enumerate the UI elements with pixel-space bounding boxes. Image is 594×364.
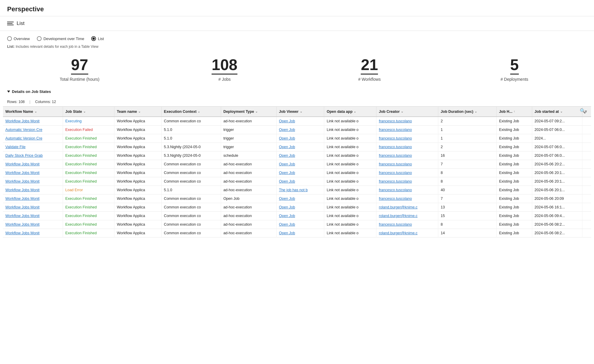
job-creator-cell[interactable]: francesco.tuscolano: [376, 177, 438, 186]
team-name-cell: Workflow Applica: [114, 126, 161, 134]
open-data-app-cell: Link not available o: [324, 134, 376, 143]
job-history-cell: Existing Job: [497, 186, 532, 194]
workflow-name-cell[interactable]: Workflow Jobs Monit: [3, 229, 63, 238]
job-creator-cell[interactable]: roland.burger@knime.c: [376, 229, 438, 238]
job-viewer-cell[interactable]: Open Job: [276, 177, 324, 186]
jobs-table: Workflow Name ⌄ Job State ⌄ Team name: [3, 106, 591, 238]
workflow-name-cell[interactable]: Workflow Jobs Monit: [3, 177, 63, 186]
job-viewer-cell[interactable]: Open Job: [276, 194, 324, 203]
job-creator-cell[interactable]: roland.burger@knime.c: [376, 212, 438, 220]
deployment-type-cell: ad-hoc-execution: [221, 220, 276, 229]
workflow-name-cell[interactable]: Workflow Jobs Monit: [3, 212, 63, 220]
workflow-name-cell[interactable]: Workflow Jobs Monit: [3, 160, 63, 169]
job-creator-cell[interactable]: francesco.tuscolano: [376, 143, 438, 151]
metric-jobs: 108 # Jobs: [201, 57, 248, 82]
workflow-name-cell[interactable]: Workflow Jobs Monit: [3, 220, 63, 229]
col-workflow-name[interactable]: Workflow Name ⌄: [3, 107, 63, 117]
job-creator-cell[interactable]: francesco.tuscolano: [376, 117, 438, 126]
empty-cell: [582, 117, 591, 126]
workflow-name-cell[interactable]: Validate File: [3, 143, 63, 151]
col-job-viewer[interactable]: Job Viewer ⌄: [276, 107, 324, 117]
col-open-data-app[interactable]: Open data app ⌄: [324, 107, 376, 117]
col-job-creator[interactable]: Job Creator ⌄: [376, 107, 438, 117]
col-deployment-type[interactable]: Deployment Type ⌄: [221, 107, 276, 117]
job-viewer-cell[interactable]: Open Job: [276, 143, 324, 151]
metric-total-runtime: 97 Total Runtime (hours): [56, 57, 103, 82]
job-duration-cell: 1: [438, 134, 497, 143]
execution-context-cell: 5.1.0: [161, 186, 221, 194]
view-radio-group: Overview Development over Time List: [0, 31, 594, 43]
workflow-name-cell[interactable]: Automatic Version Cre: [3, 134, 63, 143]
radio-overview[interactable]: Overview: [7, 36, 30, 41]
job-viewer-cell[interactable]: Open Job: [276, 220, 324, 229]
radio-list[interactable]: List: [91, 36, 104, 41]
job-viewer-cell[interactable]: Open Job: [276, 151, 324, 160]
job-creator-cell[interactable]: francesco.tuscolano: [376, 220, 438, 229]
table-row: Validate FileExecution FinishedWorkflow …: [3, 143, 591, 151]
workflow-name-cell[interactable]: Automatic Version Cre: [3, 126, 63, 134]
empty-cell: [582, 134, 591, 143]
execution-context-cell: Common execution co: [161, 203, 221, 212]
col-team-name[interactable]: Team name ⌄: [114, 107, 161, 117]
job-state-cell: Execution Finished: [63, 220, 114, 229]
workflow-name-cell[interactable]: Workflow Jobs Monit: [3, 117, 63, 126]
deployment-type-cell: schedule: [221, 151, 276, 160]
job-state-cell: Execution Finished: [63, 212, 114, 220]
column-filter-icon[interactable]: ▿: [585, 109, 587, 114]
col-filter[interactable]: ▿: [582, 107, 591, 117]
job-creator-cell[interactable]: francesco.tuscolano: [376, 151, 438, 160]
job-viewer-cell[interactable]: Open Job: [276, 212, 324, 220]
empty-cell: [582, 177, 591, 186]
job-creator-cell[interactable]: francesco.tuscolano: [376, 194, 438, 203]
job-viewer-cell[interactable]: Open Job: [276, 229, 324, 238]
job-viewer-cell[interactable]: Open Job: [276, 169, 324, 177]
workflow-name-cell[interactable]: Workflow Jobs Monit: [3, 186, 63, 194]
job-creator-cell[interactable]: francesco.tuscolano: [376, 169, 438, 177]
workflow-name-cell[interactable]: Workflow Jobs Monit: [3, 169, 63, 177]
deployment-type-cell: ad-hoc-execution: [221, 169, 276, 177]
team-name-cell: Workflow Applica: [114, 177, 161, 186]
job-viewer-cell[interactable]: Open Job: [276, 117, 324, 126]
open-data-app-cell: Link not available o: [324, 229, 376, 238]
job-creator-cell[interactable]: francesco.tuscolano: [376, 186, 438, 194]
sort-deployment-type-icon: ⌄: [255, 110, 258, 113]
details-toggle-button[interactable]: Details on Job States: [7, 89, 51, 94]
workflow-name-cell[interactable]: Workflow Jobs Monit: [3, 203, 63, 212]
cols-count: Columns: 12: [35, 100, 56, 104]
job-viewer-cell[interactable]: Open Job: [276, 126, 324, 134]
empty-cell: [582, 151, 591, 160]
job-viewer-cell[interactable]: Open Job: [276, 134, 324, 143]
table-row: Workflow Jobs MonitExecution FinishedWor…: [3, 220, 591, 229]
job-creator-cell[interactable]: francesco.tuscolano: [376, 126, 438, 134]
details-toggle-section: Details on Job States: [0, 88, 594, 98]
col-job-duration[interactable]: Job Duration (sec) ⌄: [438, 107, 497, 117]
job-state-cell: Execution Finished: [63, 143, 114, 151]
col-job-started[interactable]: Job started at ⌄: [532, 107, 582, 117]
workflow-name-cell[interactable]: Workflow Jobs Monit: [3, 194, 63, 203]
col-execution-context[interactable]: Execution Context ⌄: [161, 107, 221, 117]
job-viewer-cell[interactable]: The job has not b: [276, 186, 324, 194]
col-job-history[interactable]: Job H... ↑: [497, 107, 532, 117]
table-row: Workflow Jobs MonitLoad ErrorWorkflow Ap…: [3, 186, 591, 194]
job-state-cell: Execution Finished: [63, 134, 114, 143]
team-name-cell: Workflow Applica: [114, 169, 161, 177]
open-data-app-cell: Link not available o: [324, 169, 376, 177]
team-name-cell: Workflow Applica: [114, 117, 161, 126]
page-header: Perspective: [0, 0, 594, 16]
execution-context-cell: Common execution co: [161, 177, 221, 186]
job-history-cell: Existing Job: [497, 151, 532, 160]
job-creator-cell[interactable]: francesco.tuscolano: [376, 134, 438, 143]
metrics-row: 97 Total Runtime (hours) 108 # Jobs 21 #…: [0, 53, 594, 88]
job-started-cell: 2024...: [532, 134, 582, 143]
workflow-name-cell[interactable]: Daily Stock Price Grab: [3, 151, 63, 160]
job-viewer-cell[interactable]: Open Job: [276, 203, 324, 212]
job-creator-cell[interactable]: francesco.tuscolano: [376, 160, 438, 169]
job-creator-cell[interactable]: roland.burger@knime.c: [376, 203, 438, 212]
table-wrapper: Rows: 108 | Columns: 12 🔍 Workflow Name …: [0, 98, 594, 238]
sort-job-state-icon: ⌄: [83, 110, 86, 113]
radio-development[interactable]: Development over Time: [37, 36, 84, 41]
job-viewer-cell[interactable]: Open Job: [276, 160, 324, 169]
col-job-state[interactable]: Job State ⌄: [63, 107, 114, 117]
job-duration-cell: 16: [438, 151, 497, 160]
rows-count: Rows: 108: [7, 100, 25, 104]
